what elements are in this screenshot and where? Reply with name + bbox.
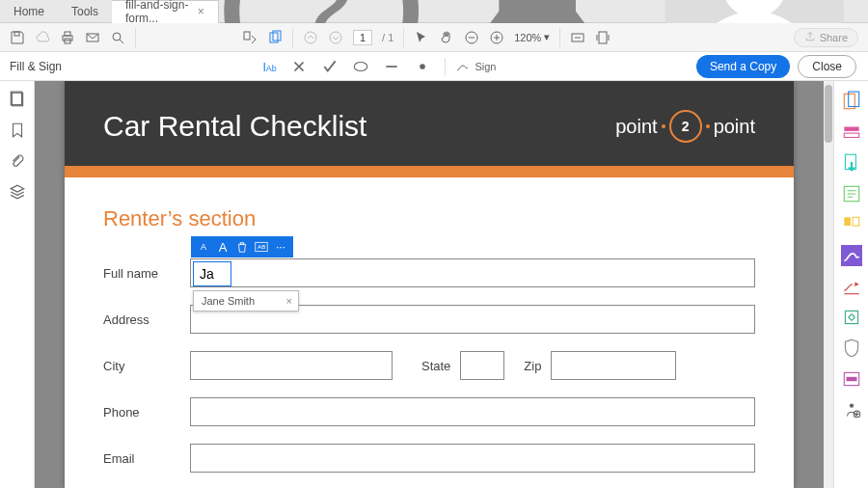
increase-text-icon[interactable]: A	[216, 240, 230, 255]
create-pdf-icon[interactable]	[841, 91, 862, 112]
send-sign-icon[interactable]	[841, 276, 862, 297]
protect-icon[interactable]	[841, 338, 862, 359]
sign-label: Sign	[475, 61, 496, 72]
left-rail	[0, 81, 35, 488]
compress-icon[interactable]	[841, 307, 862, 328]
share-label: Share	[820, 32, 848, 43]
pdf-page: Car Rental Checklist point 2 point Rente…	[65, 81, 794, 488]
svg-point-39	[849, 403, 853, 407]
text-field-toolbar: A A AB ···	[191, 236, 293, 258]
svg-point-22	[355, 62, 368, 70]
section-title: Renter’s section	[103, 206, 755, 231]
check-tool-icon[interactable]	[321, 58, 339, 75]
label-phone: Phone	[103, 405, 190, 420]
tab-home[interactable]: Home	[0, 0, 58, 23]
mail-icon[interactable]	[85, 30, 100, 45]
fit-page-icon[interactable]	[595, 30, 610, 45]
delete-field-icon[interactable]	[235, 240, 249, 254]
main-area: Car Rental Checklist point 2 point Rente…	[0, 81, 868, 488]
tab-close-icon[interactable]: ×	[198, 5, 204, 18]
brand-logo: point 2 point	[615, 110, 755, 143]
decrease-text-icon[interactable]: A	[197, 242, 210, 252]
brand-text-left: point	[615, 116, 657, 138]
share-icon	[804, 31, 816, 44]
export-pdf-icon[interactable]	[841, 152, 862, 174]
svg-rect-35	[853, 217, 859, 226]
selection-tool-icon[interactable]	[242, 30, 258, 45]
svg-rect-11	[244, 32, 250, 40]
page-input[interactable]: 1	[353, 30, 372, 45]
cloud-icon[interactable]	[35, 30, 50, 45]
circle-tool-icon[interactable]	[352, 58, 369, 75]
svg-rect-5	[14, 32, 19, 36]
organize-icon[interactable]	[841, 214, 862, 235]
label-address: Address	[103, 312, 190, 327]
field-city[interactable]	[190, 351, 393, 380]
edit-pdf-icon[interactable]	[841, 183, 862, 204]
tab-document[interactable]: fill-and-sign-form... ×	[112, 0, 219, 23]
fit-width-icon[interactable]	[570, 30, 585, 45]
send-copy-button[interactable]: Send a Copy	[696, 55, 790, 78]
zoom-in-icon[interactable]	[489, 30, 504, 45]
autocomplete-close-icon[interactable]: ×	[283, 295, 296, 307]
save-icon[interactable]	[10, 30, 25, 45]
page-up-icon[interactable]	[303, 30, 318, 45]
zoom-out-icon[interactable]	[464, 30, 479, 45]
svg-rect-38	[846, 377, 856, 381]
pointer-icon[interactable]	[414, 30, 429, 45]
fullname-input[interactable]	[193, 261, 231, 286]
fill-sign-rail-icon[interactable]	[841, 245, 862, 266]
line-tool-icon[interactable]	[383, 58, 400, 75]
attachment-icon[interactable]	[9, 152, 26, 170]
svg-rect-19	[599, 32, 607, 43]
bookmark-icon[interactable]	[9, 122, 26, 139]
scrollbar-thumb[interactable]	[825, 85, 832, 143]
page-down-icon[interactable]	[328, 30, 343, 45]
print-icon[interactable]	[60, 30, 75, 45]
svg-rect-34	[844, 217, 851, 226]
field-fullname[interactable]: A A AB ··· Jane Smith ×	[190, 258, 755, 287]
copy-icon[interactable]	[267, 30, 283, 45]
brand-dot-icon	[706, 124, 710, 128]
more-tools-icon[interactable]	[841, 399, 862, 420]
label-city: City	[103, 359, 190, 373]
search-icon[interactable]	[110, 30, 125, 45]
field-state[interactable]	[460, 351, 504, 380]
fill-sign-toolbar: Fill & Sign IAb Sign Send a Copy Close	[0, 52, 868, 81]
svg-rect-36	[845, 311, 857, 323]
tab-tools[interactable]: Tools	[58, 0, 112, 23]
close-button[interactable]: Close	[798, 55, 856, 78]
document-viewport[interactable]: Car Rental Checklist point 2 point Rente…	[35, 81, 824, 488]
label-zip: Zip	[524, 359, 541, 373]
fill-sign-label: Fill & Sign	[0, 60, 71, 73]
svg-point-23	[420, 64, 426, 69]
thumbnails-icon[interactable]	[9, 91, 26, 108]
field-type-icon[interactable]: AB	[255, 241, 268, 253]
field-zip[interactable]	[551, 351, 676, 380]
sign-button[interactable]: Sign	[445, 58, 496, 75]
document-header: Car Rental Checklist point 2 point	[65, 81, 794, 166]
brand-dot-icon	[662, 124, 665, 128]
text-tool-icon[interactable]: IAb	[259, 58, 277, 75]
vertical-scrollbar[interactable]	[824, 81, 833, 488]
redact-icon[interactable]	[841, 368, 862, 390]
svg-text:Ab: Ab	[266, 63, 277, 72]
brand-circle: 2	[669, 110, 702, 143]
combine-icon[interactable]	[841, 122, 862, 143]
dot-tool-icon[interactable]	[414, 58, 431, 75]
hand-icon[interactable]	[439, 30, 454, 45]
svg-point-14	[305, 32, 316, 43]
cross-tool-icon[interactable]	[290, 58, 308, 75]
layers-icon[interactable]	[9, 183, 26, 201]
field-email[interactable]	[190, 444, 755, 473]
svg-rect-30	[844, 127, 858, 131]
field-phone[interactable]	[190, 397, 755, 426]
pen-icon	[455, 58, 471, 75]
more-options-icon[interactable]: ···	[274, 240, 287, 254]
brand-text-right: point	[714, 116, 755, 138]
label-fullname: Full name	[103, 266, 190, 281]
share-button[interactable]: Share	[794, 28, 858, 47]
form-row-city: City State Zip	[103, 351, 755, 380]
zoom-select[interactable]: 120% ▾	[514, 31, 550, 43]
autocomplete-suggestion[interactable]: Jane Smith ×	[193, 290, 299, 312]
